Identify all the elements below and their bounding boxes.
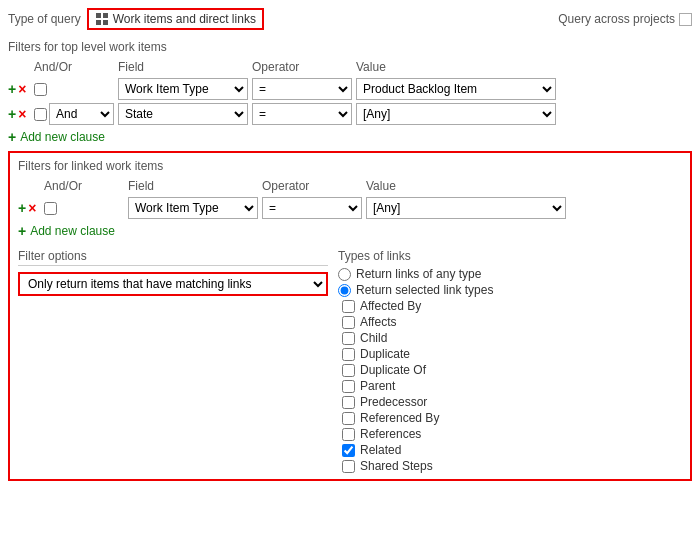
checkbox-referenced-by: Referenced By	[342, 411, 682, 425]
checkbox-parent: Parent	[342, 379, 682, 393]
linked-field-select-1[interactable]: Work Item Type State Assigned To Title	[128, 197, 258, 219]
radio-selected-types-label: Return selected link types	[356, 283, 493, 297]
checkbox-shared-steps-input[interactable]	[342, 460, 355, 473]
linked-filters-label: Filters for linked work items	[18, 159, 682, 173]
top-filters-header: And/Or Field Operator Value	[8, 58, 692, 76]
checkbox-child-label: Child	[360, 331, 387, 345]
table-row: + × Work Item Type State Assigned To Tit…	[18, 197, 682, 219]
svg-rect-1	[103, 13, 108, 18]
checkbox-child: Child	[342, 331, 682, 345]
checkbox-affects-label: Affects	[360, 315, 396, 329]
linked-header-spacer	[18, 179, 40, 193]
checkbox-related-label: Related	[360, 443, 401, 457]
checkbox-references-input[interactable]	[342, 428, 355, 441]
grid-icon	[95, 12, 109, 26]
linked-row-actions-1: + ×	[18, 201, 40, 215]
types-of-links-section: Types of links Return links of any type …	[338, 249, 682, 473]
checkbox-duplicate-of-label: Duplicate Of	[360, 363, 426, 377]
header-spacer	[8, 60, 30, 74]
query-type-label: Work items and direct links	[113, 12, 256, 26]
checkbox-referenced-by-input[interactable]	[342, 412, 355, 425]
checkbox-references: References	[342, 427, 682, 441]
linked-header-operator: Operator	[262, 179, 362, 193]
add-clause-top[interactable]: + Add new clause	[8, 129, 692, 145]
row-actions-2: + ×	[8, 107, 30, 121]
add-row-button-1[interactable]: +	[8, 82, 16, 96]
row-actions-1: + ×	[8, 82, 30, 96]
header-andor: And/Or	[34, 60, 114, 74]
andor-select-2[interactable]: And Or	[49, 103, 114, 125]
checkbox-predecessor: Predecessor	[342, 395, 682, 409]
add-clause-plus-icon: +	[8, 129, 16, 145]
checkbox-affected-by-input[interactable]	[342, 300, 355, 313]
linked-filters-section: Filters for linked work items And/Or Fie…	[8, 151, 692, 481]
checkbox-duplicate-label: Duplicate	[360, 347, 410, 361]
field-select-1[interactable]: Work Item Type State Assigned To Title P…	[118, 78, 248, 100]
checkbox-duplicate-of-input[interactable]	[342, 364, 355, 377]
add-row-button-2[interactable]: +	[8, 107, 16, 121]
add-clause-label: Add new clause	[20, 130, 105, 144]
checkbox-affects: Affects	[342, 315, 682, 329]
radio-selected-types: Return selected link types	[338, 283, 682, 297]
value-select-2[interactable]: [Any] Active Closed Resolved New	[356, 103, 556, 125]
value-select-1[interactable]: Product Backlog Item Bug Task Feature Ep…	[356, 78, 556, 100]
linked-filters-header: And/Or Field Operator Value	[18, 177, 682, 195]
filter-options-label: Filter options	[18, 249, 328, 266]
table-row: + × And Or Work Item Type State Assigned…	[8, 103, 692, 125]
checkbox-duplicate-input[interactable]	[342, 348, 355, 361]
add-clause-linked-label: Add new clause	[30, 224, 115, 238]
header-operator: Operator	[252, 60, 352, 74]
linked-header-value: Value	[366, 179, 566, 193]
linked-row-checkbox-1[interactable]	[44, 202, 57, 215]
field-select-2[interactable]: Work Item Type State Assigned To Title P…	[118, 103, 248, 125]
query-across-text: Query across projects	[558, 12, 675, 26]
linked-operator-select-1[interactable]: = <>	[262, 197, 362, 219]
top-bar: Type of query Work items and direct link…	[8, 8, 692, 30]
checkbox-related-input[interactable]	[342, 444, 355, 457]
linked-header-field: Field	[128, 179, 258, 193]
type-of-query-label: Type of query	[8, 12, 81, 26]
linked-add-button-1[interactable]: +	[18, 201, 26, 215]
checkbox-child-input[interactable]	[342, 332, 355, 345]
table-row: + × Work Item Type State Assigned To Tit…	[8, 78, 692, 100]
top-bar-left: Type of query Work items and direct link…	[8, 8, 264, 30]
checkbox-predecessor-input[interactable]	[342, 396, 355, 409]
radio-any-type-label: Return links of any type	[356, 267, 481, 281]
checkbox-referenced-by-label: Referenced By	[360, 411, 439, 425]
checkbox-affected-by: Affected By	[342, 299, 682, 313]
query-type-button[interactable]: Work items and direct links	[87, 8, 264, 30]
top-filters-label: Filters for top level work items	[8, 40, 692, 54]
header-field: Field	[118, 60, 248, 74]
checkbox-shared-steps: Shared Steps	[342, 459, 682, 473]
radio-selected-types-input[interactable]	[338, 284, 351, 297]
checkbox-parent-input[interactable]	[342, 380, 355, 393]
checkbox-affected-by-label: Affected By	[360, 299, 421, 313]
header-value: Value	[356, 60, 556, 74]
operator-select-2[interactable]: = <>	[252, 103, 352, 125]
checkbox-references-label: References	[360, 427, 421, 441]
remove-row-button-1[interactable]: ×	[18, 82, 26, 96]
checkbox-predecessor-label: Predecessor	[360, 395, 427, 409]
radio-any-type-input[interactable]	[338, 268, 351, 281]
linked-remove-button-1[interactable]: ×	[28, 201, 36, 215]
checkbox-related: Related	[342, 443, 682, 457]
checkbox-affects-input[interactable]	[342, 316, 355, 329]
linked-value-select-1[interactable]: [Any] Product Backlog Item Bug Task	[366, 197, 566, 219]
remove-row-button-2[interactable]: ×	[18, 107, 26, 121]
radio-any-type: Return links of any type	[338, 267, 682, 281]
linked-bottom: Filter options Only return items that ha…	[18, 249, 682, 473]
operator-select-1[interactable]: = <> > <	[252, 78, 352, 100]
add-clause-linked[interactable]: + Add new clause	[18, 223, 682, 239]
checkbox-duplicate: Duplicate	[342, 347, 682, 361]
svg-rect-0	[96, 13, 101, 18]
checkbox-parent-label: Parent	[360, 379, 395, 393]
filter-options-select[interactable]: Only return items that have matching lin…	[18, 272, 328, 296]
row-checkbox-1[interactable]	[34, 83, 47, 96]
row-checkbox-2[interactable]	[34, 108, 47, 121]
checkbox-duplicate-of: Duplicate Of	[342, 363, 682, 377]
svg-rect-2	[96, 20, 101, 25]
query-across-checkbox[interactable]	[679, 13, 692, 26]
filter-options-section: Filter options Only return items that ha…	[18, 249, 328, 473]
add-clause-linked-plus-icon: +	[18, 223, 26, 239]
top-filters-section: Filters for top level work items And/Or …	[8, 40, 692, 145]
